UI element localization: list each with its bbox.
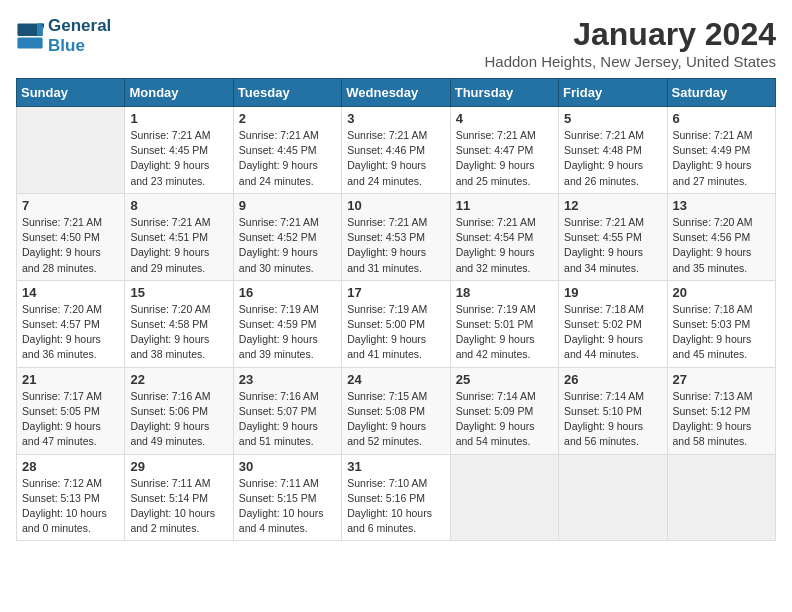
header-thursday: Thursday (450, 79, 558, 107)
day-info: Sunrise: 7:21 AMSunset: 4:45 PMDaylight:… (130, 128, 227, 189)
calendar-cell: 16Sunrise: 7:19 AMSunset: 4:59 PMDayligh… (233, 280, 341, 367)
day-number: 6 (673, 111, 770, 126)
calendar-header-row: SundayMondayTuesdayWednesdayThursdayFrid… (17, 79, 776, 107)
calendar-cell: 28Sunrise: 7:12 AMSunset: 5:13 PMDayligh… (17, 454, 125, 541)
calendar-cell: 15Sunrise: 7:20 AMSunset: 4:58 PMDayligh… (125, 280, 233, 367)
day-info: Sunrise: 7:21 AMSunset: 4:50 PMDaylight:… (22, 215, 119, 276)
day-info: Sunrise: 7:15 AMSunset: 5:08 PMDaylight:… (347, 389, 444, 450)
day-number: 31 (347, 459, 444, 474)
day-info: Sunrise: 7:19 AMSunset: 4:59 PMDaylight:… (239, 302, 336, 363)
day-info: Sunrise: 7:14 AMSunset: 5:10 PMDaylight:… (564, 389, 661, 450)
calendar-week-row: 28Sunrise: 7:12 AMSunset: 5:13 PMDayligh… (17, 454, 776, 541)
day-number: 8 (130, 198, 227, 213)
day-number: 19 (564, 285, 661, 300)
header-saturday: Saturday (667, 79, 775, 107)
day-info: Sunrise: 7:12 AMSunset: 5:13 PMDaylight:… (22, 476, 119, 537)
calendar-cell: 31Sunrise: 7:10 AMSunset: 5:16 PMDayligh… (342, 454, 450, 541)
calendar-cell: 7Sunrise: 7:21 AMSunset: 4:50 PMDaylight… (17, 193, 125, 280)
logo-icon (16, 22, 44, 50)
day-info: Sunrise: 7:21 AMSunset: 4:51 PMDaylight:… (130, 215, 227, 276)
day-info: Sunrise: 7:21 AMSunset: 4:52 PMDaylight:… (239, 215, 336, 276)
calendar-cell: 30Sunrise: 7:11 AMSunset: 5:15 PMDayligh… (233, 454, 341, 541)
calendar-cell (450, 454, 558, 541)
day-info: Sunrise: 7:20 AMSunset: 4:56 PMDaylight:… (673, 215, 770, 276)
day-info: Sunrise: 7:18 AMSunset: 5:03 PMDaylight:… (673, 302, 770, 363)
day-number: 26 (564, 372, 661, 387)
svg-marker-3 (37, 24, 43, 37)
day-info: Sunrise: 7:16 AMSunset: 5:06 PMDaylight:… (130, 389, 227, 450)
day-info: Sunrise: 7:13 AMSunset: 5:12 PMDaylight:… (673, 389, 770, 450)
day-number: 27 (673, 372, 770, 387)
day-info: Sunrise: 7:21 AMSunset: 4:48 PMDaylight:… (564, 128, 661, 189)
calendar-week-row: 21Sunrise: 7:17 AMSunset: 5:05 PMDayligh… (17, 367, 776, 454)
calendar-cell: 23Sunrise: 7:16 AMSunset: 5:07 PMDayligh… (233, 367, 341, 454)
day-number: 21 (22, 372, 119, 387)
calendar-cell: 27Sunrise: 7:13 AMSunset: 5:12 PMDayligh… (667, 367, 775, 454)
calendar-table: SundayMondayTuesdayWednesdayThursdayFrid… (16, 78, 776, 541)
day-info: Sunrise: 7:11 AMSunset: 5:14 PMDaylight:… (130, 476, 227, 537)
calendar-cell: 5Sunrise: 7:21 AMSunset: 4:48 PMDaylight… (559, 107, 667, 194)
day-number: 4 (456, 111, 553, 126)
day-number: 9 (239, 198, 336, 213)
day-number: 25 (456, 372, 553, 387)
calendar-cell: 21Sunrise: 7:17 AMSunset: 5:05 PMDayligh… (17, 367, 125, 454)
calendar-week-row: 14Sunrise: 7:20 AMSunset: 4:57 PMDayligh… (17, 280, 776, 367)
calendar-cell: 22Sunrise: 7:16 AMSunset: 5:06 PMDayligh… (125, 367, 233, 454)
logo-text-blue: Blue (48, 36, 111, 56)
day-number: 10 (347, 198, 444, 213)
calendar-cell: 10Sunrise: 7:21 AMSunset: 4:53 PMDayligh… (342, 193, 450, 280)
day-number: 5 (564, 111, 661, 126)
day-info: Sunrise: 7:21 AMSunset: 4:49 PMDaylight:… (673, 128, 770, 189)
logo: General Blue (16, 16, 111, 57)
title-area: January 2024 Haddon Heights, New Jersey,… (484, 16, 776, 70)
day-number: 12 (564, 198, 661, 213)
calendar-week-row: 7Sunrise: 7:21 AMSunset: 4:50 PMDaylight… (17, 193, 776, 280)
calendar-cell: 26Sunrise: 7:14 AMSunset: 5:10 PMDayligh… (559, 367, 667, 454)
calendar-cell (667, 454, 775, 541)
calendar-cell: 18Sunrise: 7:19 AMSunset: 5:01 PMDayligh… (450, 280, 558, 367)
month-title: January 2024 (484, 16, 776, 53)
calendar-week-row: 1Sunrise: 7:21 AMSunset: 4:45 PMDaylight… (17, 107, 776, 194)
day-number: 2 (239, 111, 336, 126)
svg-rect-2 (17, 38, 42, 49)
day-number: 28 (22, 459, 119, 474)
day-info: Sunrise: 7:20 AMSunset: 4:57 PMDaylight:… (22, 302, 119, 363)
calendar-cell: 20Sunrise: 7:18 AMSunset: 5:03 PMDayligh… (667, 280, 775, 367)
day-number: 14 (22, 285, 119, 300)
day-number: 30 (239, 459, 336, 474)
day-number: 24 (347, 372, 444, 387)
day-number: 1 (130, 111, 227, 126)
day-info: Sunrise: 7:21 AMSunset: 4:55 PMDaylight:… (564, 215, 661, 276)
header-wednesday: Wednesday (342, 79, 450, 107)
day-number: 22 (130, 372, 227, 387)
calendar-cell (17, 107, 125, 194)
location-title: Haddon Heights, New Jersey, United State… (484, 53, 776, 70)
calendar-cell: 2Sunrise: 7:21 AMSunset: 4:45 PMDaylight… (233, 107, 341, 194)
day-info: Sunrise: 7:21 AMSunset: 4:47 PMDaylight:… (456, 128, 553, 189)
calendar-cell: 3Sunrise: 7:21 AMSunset: 4:46 PMDaylight… (342, 107, 450, 194)
day-info: Sunrise: 7:21 AMSunset: 4:46 PMDaylight:… (347, 128, 444, 189)
calendar-cell: 29Sunrise: 7:11 AMSunset: 5:14 PMDayligh… (125, 454, 233, 541)
day-number: 15 (130, 285, 227, 300)
calendar-cell: 11Sunrise: 7:21 AMSunset: 4:54 PMDayligh… (450, 193, 558, 280)
day-info: Sunrise: 7:14 AMSunset: 5:09 PMDaylight:… (456, 389, 553, 450)
day-info: Sunrise: 7:11 AMSunset: 5:15 PMDaylight:… (239, 476, 336, 537)
calendar-cell: 13Sunrise: 7:20 AMSunset: 4:56 PMDayligh… (667, 193, 775, 280)
day-info: Sunrise: 7:10 AMSunset: 5:16 PMDaylight:… (347, 476, 444, 537)
day-number: 16 (239, 285, 336, 300)
day-info: Sunrise: 7:19 AMSunset: 5:00 PMDaylight:… (347, 302, 444, 363)
calendar-cell: 14Sunrise: 7:20 AMSunset: 4:57 PMDayligh… (17, 280, 125, 367)
calendar-cell: 17Sunrise: 7:19 AMSunset: 5:00 PMDayligh… (342, 280, 450, 367)
day-number: 17 (347, 285, 444, 300)
header-monday: Monday (125, 79, 233, 107)
calendar-cell: 24Sunrise: 7:15 AMSunset: 5:08 PMDayligh… (342, 367, 450, 454)
calendar-cell: 1Sunrise: 7:21 AMSunset: 4:45 PMDaylight… (125, 107, 233, 194)
calendar-cell: 25Sunrise: 7:14 AMSunset: 5:09 PMDayligh… (450, 367, 558, 454)
day-number: 7 (22, 198, 119, 213)
calendar-cell: 6Sunrise: 7:21 AMSunset: 4:49 PMDaylight… (667, 107, 775, 194)
day-info: Sunrise: 7:21 AMSunset: 4:53 PMDaylight:… (347, 215, 444, 276)
calendar-cell: 9Sunrise: 7:21 AMSunset: 4:52 PMDaylight… (233, 193, 341, 280)
day-number: 20 (673, 285, 770, 300)
day-info: Sunrise: 7:19 AMSunset: 5:01 PMDaylight:… (456, 302, 553, 363)
header-tuesday: Tuesday (233, 79, 341, 107)
